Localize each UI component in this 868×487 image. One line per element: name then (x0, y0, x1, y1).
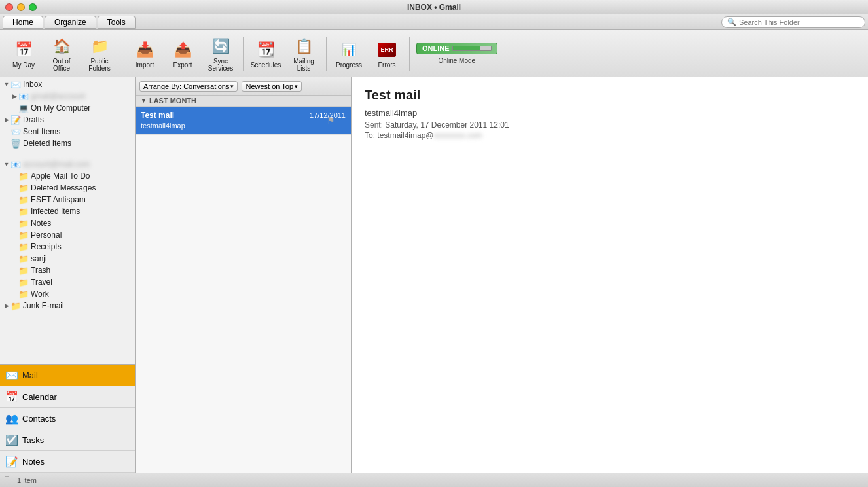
tab-home[interactable]: Home (3, 16, 43, 29)
flag-icon: ⚑ (327, 115, 335, 126)
nav-item-mail[interactable]: ✉️ Mail (0, 365, 135, 386)
expand-icon: ▼ (3, 81, 10, 88)
sidebar-item-receipts[interactable]: 📁 Receipts (0, 241, 135, 253)
sidebar-item-trash[interactable]: 📁 Trash (0, 264, 135, 276)
export-button[interactable]: 📤 Export (164, 34, 201, 73)
message-list-panel: Arrange By: Conversations ▾ Newest on To… (136, 77, 352, 473)
nav-item-contacts[interactable]: 👥 Contacts (0, 408, 135, 429)
close-button[interactable] (5, 3, 13, 11)
sort-dropdown[interactable]: Newest on Top ▾ (242, 81, 302, 92)
sync-services-icon: 🔄 (210, 37, 231, 56)
sidebar-item-label: Sent Items (23, 127, 132, 136)
status-bar: 1 item (0, 473, 868, 487)
folder-icon: 📁 (18, 230, 29, 240)
sidebar-item-eset[interactable]: 📁 ESET Antispam (0, 194, 135, 206)
message-list-header: Arrange By: Conversations ▾ Newest on To… (136, 77, 351, 96)
online-progress-bar (452, 46, 492, 51)
sent-label: Sent: (365, 120, 385, 130)
sidebar: ▼ ✉️ Inbox ▶ 📧 gmail@account 💻 On My Com… (0, 77, 136, 473)
title-bar: INBOX • Gmail (0, 0, 868, 14)
online-status-text: ONLINE (422, 45, 450, 52)
sidebar-item-notes[interactable]: 📁 Notes (0, 217, 135, 229)
folder-icon: 📁 (18, 242, 29, 252)
sidebar-item-deleted-messages[interactable]: 📁 Deleted Messages (0, 182, 135, 194)
sidebar-item-label: Trash (31, 266, 132, 275)
expand-icon: ▶ (3, 117, 10, 123)
import-button[interactable]: 📥 Import (126, 34, 163, 73)
calendar-nav-icon: 📅 (5, 390, 18, 403)
preview-to-domain: xxxxxxxx.com (434, 131, 482, 140)
sidebar-item-gmail[interactable]: ▶ 📧 gmail@account (0, 90, 135, 102)
tab-tools[interactable]: Tools (98, 16, 136, 29)
preview-subject: Test mail (365, 88, 855, 103)
nav-item-tasks[interactable]: ☑️ Tasks (0, 429, 135, 451)
sidebar-item-travel[interactable]: 📁 Travel (0, 276, 135, 288)
errors-button[interactable]: ERR Errors (369, 34, 405, 73)
sidebar-item-label: Travel (31, 278, 132, 287)
sidebar-item-label: Notes (31, 219, 132, 228)
progress-button[interactable]: 📊 Progress (331, 34, 367, 73)
sidebar-item-personal[interactable]: 📁 Personal (0, 229, 135, 241)
tab-organize[interactable]: Organize (45, 16, 96, 29)
folder-icon: 📁 (18, 289, 29, 299)
status-grip (5, 476, 9, 485)
folder-icon: 📁 (18, 171, 29, 181)
nav-item-label: Notes (22, 457, 45, 467)
minimize-button[interactable] (17, 3, 25, 11)
sidebar-tree: ▼ ✉️ Inbox ▶ 📧 gmail@account 💻 On My Com… (0, 77, 135, 364)
sort-label: Newest on Top (245, 82, 293, 90)
sync-services-button[interactable]: 🔄 Sync Services (202, 34, 239, 73)
preview-sent-date: Saturday, 17 December 2011 12:01 (385, 120, 509, 130)
sidebar-item-infected[interactable]: 📁 Infected Items (0, 206, 135, 217)
sidebar-item-label: Work (31, 289, 132, 298)
search-bar[interactable]: 🔍 (721, 16, 865, 28)
my-day-icon: 📅 (13, 39, 34, 60)
window-controls[interactable] (5, 3, 37, 11)
online-mode-label: Online Mode (438, 57, 475, 64)
sidebar-item-account2[interactable]: ▼ 📧 account@mail.com (0, 158, 135, 170)
sidebar-item-work[interactable]: 📁 Work (0, 288, 135, 300)
public-folders-button[interactable]: 📁 Public Folders (81, 34, 118, 73)
nav-item-notes[interactable]: 📝 Notes (0, 451, 135, 473)
drafts-icon: 📝 (10, 115, 21, 125)
contacts-nav-icon: 👥 (5, 412, 18, 425)
sidebar-item-deleted-items[interactable]: 🗑️ Deleted Items (0, 137, 135, 149)
out-of-office-icon: 🏠 (51, 37, 72, 56)
sidebar-item-label: ESET Antispam (31, 195, 132, 204)
progress-label: Progress (336, 62, 362, 69)
sidebar-item-drafts[interactable]: ▶ 📝 Drafts (0, 114, 135, 126)
out-of-office-button[interactable]: 🏠 Out of Office (43, 34, 80, 73)
sidebar-item-label: Apple Mail To Do (31, 171, 132, 181)
sidebar-item-apple-mail[interactable]: 📁 Apple Mail To Do (0, 170, 135, 182)
tree-spacer (0, 149, 135, 158)
schedules-button[interactable]: 📆 Schedules (247, 34, 284, 73)
search-input[interactable] (739, 18, 859, 26)
maximize-button[interactable] (29, 3, 37, 11)
expand-icon: ▶ (3, 302, 10, 309)
sidebar-item-label: Personal (31, 230, 132, 240)
import-icon: 📥 (134, 39, 155, 60)
nav-item-calendar[interactable]: 📅 Calendar (0, 386, 135, 408)
sidebar-item-junk[interactable]: ▶ 📁 Junk E-mail (0, 300, 135, 312)
message-item[interactable]: Test mail 17/12/2011 testmail4imap ⚑ (136, 107, 351, 135)
sidebar-item-label: account@mail.com (23, 160, 132, 169)
preview-from: testmail4imap (365, 108, 855, 118)
nav-item-label: Calendar (22, 392, 57, 402)
ribbon-sep-4 (409, 37, 410, 71)
mailing-lists-label: Mailing Lists (287, 58, 321, 72)
ribbon-toolbar: 📅 My Day 🏠 Out of Office 📁 Public Folder… (0, 30, 868, 77)
sidebar-item-on-my-computer[interactable]: 💻 On My Computer (0, 102, 135, 114)
online-status-badge: ONLINE (416, 43, 497, 54)
mailing-lists-button[interactable]: 📋 Mailing Lists (285, 34, 322, 73)
errors-icon: ERR (376, 39, 397, 60)
toolbar-tabs: Home Organize Tools 🔍 (0, 14, 868, 30)
to-label: To: (365, 131, 377, 140)
sidebar-item-sent-items[interactable]: 📨 Sent Items (0, 126, 135, 137)
my-day-button[interactable]: 📅 My Day (5, 34, 42, 73)
arrange-by-dropdown[interactable]: Arrange By: Conversations ▾ (139, 81, 238, 92)
online-mode-widget[interactable]: ONLINE Online Mode (414, 40, 500, 67)
ribbon-sep-3 (326, 37, 327, 71)
sidebar-item-label: Receipts (31, 242, 132, 251)
sidebar-item-inbox[interactable]: ▼ ✉️ Inbox (0, 79, 135, 90)
sidebar-item-sanji[interactable]: 📁 sanji (0, 253, 135, 264)
